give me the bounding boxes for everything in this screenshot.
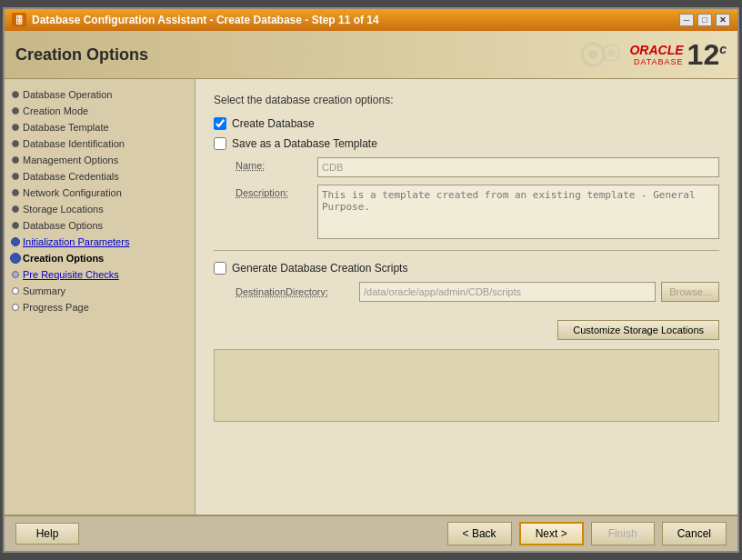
header-bar: Creation Options ORACLE DATABASE 12c [5, 31, 737, 79]
save-as-template-checkbox[interactable] [214, 137, 226, 150]
sidebar-item-database-operation: Database Operation [5, 86, 195, 103]
back-button[interactable]: < Back [447, 522, 512, 545]
step-dot-management-options [12, 156, 19, 164]
titlebar-left: 🗄 Database Configuration Assistant - Cre… [12, 13, 379, 27]
sidebar-item-storage-locations: Storage Locations [5, 201, 195, 217]
footer-left: Help [15, 523, 79, 545]
step-dot-creation-mode [12, 107, 19, 115]
footer: Help < Back Next > Finish Cancel [5, 515, 737, 551]
destination-input[interactable] [359, 282, 656, 302]
sidebar-item-database-options: Database Options [5, 217, 195, 234]
step-dot-network-configuration [12, 189, 19, 196]
sidebar-item-initialization-parameters[interactable]: Initialization Parameters [5, 234, 195, 250]
step-dot-storage-locations [12, 205, 19, 213]
step-dot-progress-page [12, 304, 19, 311]
instruction-text: Select the database creation options: [214, 94, 719, 106]
bottom-panel [214, 349, 719, 422]
svg-point-3 [607, 49, 615, 56]
description-label: Description: [236, 185, 317, 198]
close-button[interactable]: ✕ [716, 14, 730, 26]
generate-scripts-checkbox[interactable] [214, 262, 226, 275]
customize-storage-button[interactable]: Customize Storage Locations [557, 320, 719, 340]
sidebar-item-creation-mode: Creation Mode [5, 103, 195, 119]
sidebar-item-database-template: Database Template [5, 119, 195, 135]
minimize-button[interactable]: ─ [679, 14, 694, 26]
step-dot-pre-requisite-checks [12, 271, 19, 278]
sidebar-item-pre-requisite-checks[interactable]: Pre Requisite Checks [5, 266, 195, 283]
customize-section: Customize Storage Locations [214, 311, 719, 340]
oracle-version-text: 12c [687, 38, 727, 72]
maximize-button[interactable]: □ [697, 14, 712, 26]
step-dot-database-identification [12, 140, 19, 147]
destination-label: DestinationDirectory: [236, 286, 354, 297]
step-dot-initialization-parameters [11, 237, 20, 246]
description-textarea[interactable] [317, 185, 719, 239]
sidebar-item-database-identification: Database Identification [5, 135, 195, 152]
next-button[interactable]: Next > [519, 522, 584, 545]
oracle-logo: ORACLE DATABASE 12c [575, 36, 727, 73]
name-group: Name: [214, 157, 719, 177]
sidebar-item-summary: Summary [5, 283, 195, 299]
generate-scripts-label[interactable]: Generate Database Creation Scripts [232, 262, 407, 275]
divider-1 [214, 250, 719, 251]
name-input[interactable] [317, 157, 719, 177]
save-as-template-label[interactable]: Save as a Database Template [232, 137, 377, 150]
oracle-text: ORACLE [629, 43, 683, 57]
sidebar-item-progress-page: Progress Page [5, 299, 195, 315]
sidebar-item-creation-options: Creation Options [5, 250, 195, 266]
browse-button[interactable]: Browse... [661, 282, 719, 302]
create-database-checkbox[interactable] [214, 117, 226, 130]
app-icon: 🗄 [12, 13, 26, 27]
oracle-brand: ORACLE DATABASE [629, 43, 683, 66]
window-title: Database Configuration Assistant - Creat… [32, 14, 379, 26]
footer-right: < Back Next > Finish Cancel [447, 522, 727, 545]
sidebar-item-management-options: Management Options [5, 152, 195, 168]
step-dot-creation-options [10, 253, 21, 264]
gear-decorative-icon [575, 36, 629, 73]
titlebar-buttons: ─ □ ✕ [679, 14, 730, 26]
step-dot-database-credentials [12, 173, 19, 180]
finish-button[interactable]: Finish [591, 522, 655, 545]
step-dot-database-options [12, 222, 19, 229]
description-group: Description: [214, 185, 719, 239]
page-title: Creation Options [15, 45, 148, 65]
step-dot-database-template [12, 124, 19, 131]
name-label: Name: [236, 157, 317, 171]
cancel-button[interactable]: Cancel [662, 522, 727, 545]
step-dot-summary [12, 287, 19, 295]
sidebar-item-network-configuration: Network Configuration [5, 185, 195, 201]
svg-point-1 [588, 50, 597, 59]
sidebar: Database Operation Creation Mode Databas… [5, 79, 196, 515]
oracle-db-text: DATABASE [634, 57, 684, 66]
destination-row: DestinationDirectory: Browse... [214, 282, 719, 302]
main-window: 🗄 Database Configuration Assistant - Cre… [3, 7, 739, 553]
content-area: Select the database creation options: Cr… [196, 79, 737, 515]
save-as-template-row: Save as a Database Template [214, 137, 719, 150]
create-database-row: Create Database [214, 117, 719, 130]
generate-scripts-row: Generate Database Creation Scripts [214, 262, 719, 275]
help-button[interactable]: Help [15, 523, 79, 545]
create-database-label[interactable]: Create Database [232, 117, 315, 130]
titlebar: 🗄 Database Configuration Assistant - Cre… [5, 9, 737, 31]
main-content: Database Operation Creation Mode Databas… [5, 79, 737, 515]
sidebar-item-database-credentials: Database Credentials [5, 168, 195, 185]
step-dot-database-operation [12, 91, 19, 98]
